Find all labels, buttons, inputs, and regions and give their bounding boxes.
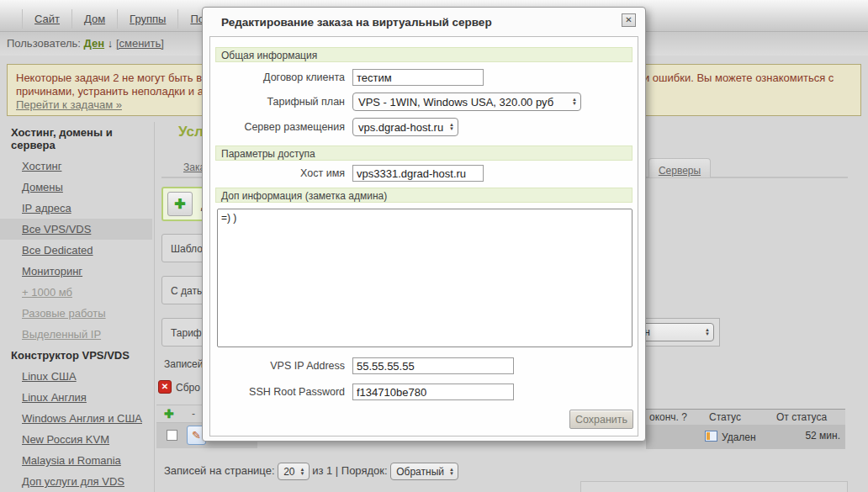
modal-title: Редактирование заказа на виртуальный сер… [221, 16, 492, 29]
spinner-icon: ▲▼ [300, 468, 305, 476]
save-button[interactable]: Сохранить [569, 410, 633, 429]
bottom-panel-edge [580, 481, 848, 492]
records-label: Записей [164, 358, 204, 370]
close-icon[interactable]: ✕ [622, 13, 636, 27]
sidebar-item-windows-england-usa[interactable]: Windows Англия и США [0, 408, 152, 429]
sidebar-item-all-vps[interactable]: Все VPS/VDS [0, 219, 152, 240]
tab-servers-label: Серверы [659, 165, 701, 177]
server-value: vps.dgrad-host.ru [358, 121, 443, 134]
edit-order-modal: Редактирование заказа на виртуальный сер… [202, 7, 646, 442]
toolbar-dash: - [192, 408, 195, 420]
spinner-icon: ▲▼ [572, 98, 577, 106]
column-end[interactable]: оконч. ? [649, 411, 687, 423]
sidebar-item-1000mb[interactable]: + 1000 мб [0, 282, 152, 303]
arrow-down-icon: ↓ [108, 37, 114, 50]
row-status-value: Удален [722, 431, 756, 443]
table-row-right: Удален 52 мин. [646, 425, 845, 449]
contract-input[interactable] [352, 69, 484, 86]
warning-line1-left: Некоторые задачи 2 не могут быть вып [16, 71, 215, 84]
pagination-bar: Записей на странице: 20 ▲▼ из 1 | Порядо… [164, 463, 458, 480]
sidebar-item-vds-extras[interactable]: Доп услуги для VDS [0, 471, 152, 492]
user-name-link[interactable]: Ден [84, 37, 105, 50]
table-header-right: оконч. ? Статус От статуса [646, 409, 845, 425]
sidebar-item-malaysia-romania[interactable]: Malaysia и Romania [0, 450, 152, 471]
of-pages-label: из 1 | Порядок: [312, 464, 387, 477]
per-page-value: 20 [283, 466, 294, 478]
sidebar-item-new-russia-kvm[interactable]: New Россия KVM [0, 429, 152, 450]
sidebar-item-hosting[interactable]: Хостинг [0, 156, 152, 177]
sidebar-item-monitoring[interactable]: Мониторинг [0, 261, 152, 282]
tab-servers[interactable]: Серверы [648, 158, 711, 177]
sidebar-item-one-time-jobs[interactable]: Разовые работы [0, 303, 152, 324]
user-label: Пользователь: [7, 37, 81, 50]
spinner-icon: ▲▼ [449, 123, 454, 131]
server-status-icon [705, 431, 717, 442]
per-page-select[interactable]: 20 ▲▼ [278, 463, 309, 480]
sidebar-item-ip-addresses[interactable]: IP адреса [0, 198, 152, 219]
sidebar-item-domains[interactable]: Домены [0, 177, 152, 198]
hostname-label: Хост имя [210, 167, 345, 179]
column-from-status[interactable]: От статуса [776, 411, 827, 423]
tariff-value: VPS - 1WIN, Windows USA, 320.00 руб [358, 96, 553, 108]
spinner-icon: ▲▼ [705, 328, 710, 336]
nav-tab-home[interactable]: Дом [72, 9, 118, 29]
section-access-params: Параметры доступа [215, 145, 632, 161]
warning-line1-right: и ошибки. Вы можете ознакомиться с [643, 71, 834, 84]
sidebar-item-linux-england[interactable]: Linux Англия [0, 387, 152, 408]
filter-from-date-label: С даты [171, 285, 204, 297]
sidebar-section-hosting: Хостинг, домены и сервера [0, 122, 152, 156]
order-select[interactable]: Обратный ▲▼ [390, 463, 458, 480]
row-time-value: 52 мин. [805, 430, 840, 442]
server-select[interactable]: vps.dgrad-host.ru ▲▼ [352, 118, 458, 136]
nav-tab-groups[interactable]: Группы [118, 9, 178, 29]
hostname-input[interactable] [352, 165, 484, 182]
order-value: Обратный [396, 466, 444, 478]
reset-filter-label[interactable]: Сбро [176, 382, 200, 394]
sidebar-divider [154, 122, 155, 492]
spinner-icon: ▲▼ [449, 468, 454, 476]
sidebar-section-vps-constructor: Конструктор VPS/VDS [0, 345, 152, 366]
admin-note-textarea[interactable]: =) ) [217, 209, 632, 347]
filter-template-label: Шабло [171, 243, 203, 255]
go-to-tasks-link[interactable]: Перейти к задачам » [16, 98, 122, 111]
modal-body: Общая информация Договор клиента Тарифны… [209, 36, 638, 436]
tariff-select[interactable]: VPS - 1WIN, Windows USA, 320.00 руб ▲▼ [352, 93, 581, 111]
sidebar-item-linux-usa[interactable]: Linux США [0, 366, 152, 387]
sidebar: Хостинг, домены и сервера Хостинг Домены… [0, 122, 152, 492]
per-page-label: Записей на странице: [164, 464, 275, 477]
vps-ip-input[interactable] [352, 357, 514, 374]
add-order-button[interactable]: ✚ [167, 192, 193, 216]
sidebar-item-all-dedicated[interactable]: Все Dedicated [0, 240, 152, 261]
tariff-label: Тарифный план [210, 96, 345, 108]
column-status[interactable]: Статус [709, 411, 741, 423]
add-row-icon[interactable]: ✚ [164, 407, 174, 421]
section-admin-note: Доп информация (заметка админа) [215, 188, 632, 203]
nav-tab-site[interactable]: Сайт [22, 9, 72, 29]
plus-icon: ✚ [174, 197, 185, 211]
section-general-info: Общая информация [215, 47, 632, 62]
row-checkbox[interactable] [167, 430, 177, 441]
vps-ip-label: VPS IP Address [210, 360, 345, 372]
reset-filter-icon[interactable]: ✕ [158, 380, 172, 394]
server-label: Сервер размещения [210, 121, 345, 133]
change-user-link[interactable]: [сменить] [116, 37, 164, 50]
warning-line2: причинами, устранить неполадки и акти [16, 85, 220, 98]
contract-label: Договор клиента [210, 71, 345, 83]
ssh-password-input[interactable] [352, 384, 514, 400]
screen: Сайт Дом Группы Пользова Пользователь: Д… [0, 0, 868, 492]
sidebar-item-dedicated-ip[interactable]: Выделенный IP [0, 324, 152, 345]
ssh-password-label: SSH Root Password [210, 386, 345, 398]
